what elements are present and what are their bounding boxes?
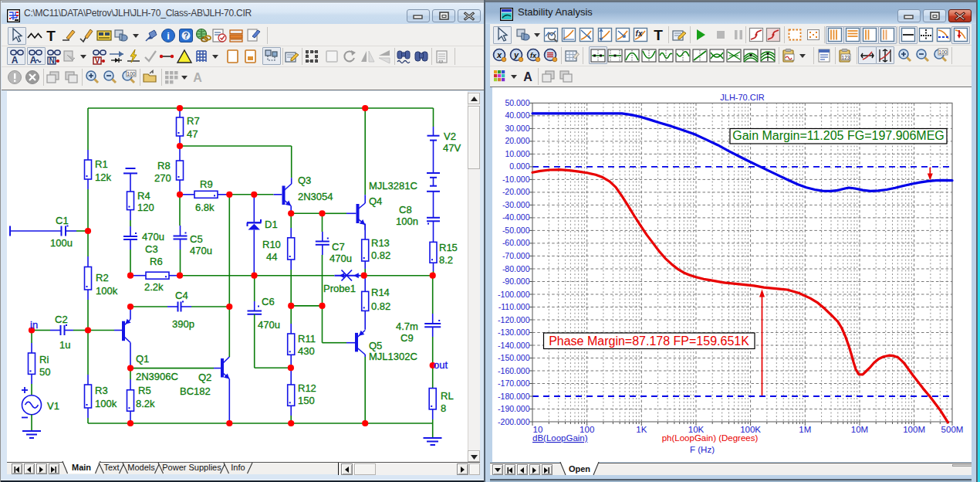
svg-text:-10.000: -10.000 [502, 175, 530, 184]
svg-text:R3: R3 [95, 385, 108, 396]
svg-text:R11: R11 [298, 333, 316, 345]
svg-text:100: 100 [127, 71, 136, 76]
svg-text:C3: C3 [145, 243, 158, 255]
svg-text:390p: 390p [172, 318, 194, 330]
svg-text:Phase Margin=87.178 FP=159.651: Phase Margin=87.178 FP=159.651K [549, 334, 749, 348]
svg-text:i: i [167, 30, 170, 42]
svg-text:R15: R15 [439, 242, 458, 253]
svg-text:1u: 1u [59, 339, 70, 351]
svg-text:430: 430 [298, 345, 315, 357]
svg-text:-90.000: -90.000 [502, 277, 530, 286]
svg-text:10M: 10M [851, 425, 868, 434]
svg-text:Q4: Q4 [369, 195, 382, 207]
svg-text:100M: 100M [903, 425, 925, 434]
svg-text:100k: 100k [96, 285, 118, 297]
svg-text:120: 120 [137, 202, 154, 213]
svg-text:JLH-70.CIR: JLH-70.CIR [720, 93, 765, 102]
svg-text:-110.000: -110.000 [498, 302, 530, 311]
svg-text:F (Hz): F (Hz) [690, 445, 715, 454]
svg-text:4.7m: 4.7m [396, 321, 418, 332]
svg-text:8.2k: 8.2k [136, 398, 155, 409]
svg-text:100n: 100n [396, 216, 418, 227]
svg-text:30.000: 30.000 [505, 124, 529, 133]
svg-text:MJL1302C: MJL1302C [369, 351, 417, 362]
svg-text:V2: V2 [444, 131, 456, 142]
svg-text:V: V [95, 56, 100, 65]
svg-text:-100.000: -100.000 [498, 290, 530, 299]
svg-text:1K: 1K [636, 425, 647, 434]
svg-text:44: 44 [266, 251, 277, 263]
svg-text:0.82: 0.82 [371, 249, 390, 261]
svg-text:-150.000: -150.000 [498, 353, 530, 362]
svg-text:Power Supplies: Power Supplies [162, 463, 221, 472]
svg-text:T: T [654, 27, 663, 43]
svg-text:C7: C7 [332, 241, 345, 253]
svg-text:-140.000: -140.000 [498, 341, 530, 350]
svg-text:dB(LoopGain): dB(LoopGain) [532, 433, 588, 443]
svg-text:C9: C9 [400, 332, 414, 344]
svg-text:Text: Text [103, 463, 119, 472]
svg-text:ph(LoopGain) (Degrees): ph(LoopGain) (Degrees) [662, 433, 759, 443]
svg-text:Q2: Q2 [198, 372, 211, 383]
svg-text:T: T [46, 28, 56, 44]
svg-text:123: 123 [842, 55, 850, 60]
svg-text:-160.000: -160.000 [498, 366, 530, 375]
svg-text:Open: Open [569, 464, 590, 474]
svg-text:A: A [193, 71, 202, 84]
svg-text:-40.000: -40.000 [502, 212, 530, 222]
svg-text:2.2k: 2.2k [144, 281, 164, 293]
svg-text:-120.000: -120.000 [498, 315, 530, 324]
svg-text:Probe1: Probe1 [323, 283, 356, 294]
svg-text:6.8k: 6.8k [195, 202, 215, 213]
svg-text:100: 100 [939, 49, 948, 55]
svg-text:A: A [30, 55, 37, 65]
svg-text:R6: R6 [150, 256, 163, 267]
svg-text:A: A [523, 70, 532, 83]
svg-text:Ri: Ri [39, 354, 49, 365]
svg-text:C2: C2 [55, 314, 68, 325]
svg-text:470u: 470u [329, 253, 352, 264]
svg-text:470u: 470u [258, 319, 280, 331]
svg-text:D1: D1 [265, 219, 278, 230]
svg-text:C1: C1 [56, 215, 69, 226]
svg-text:-190.000: -190.000 [498, 404, 530, 413]
svg-text:100k: 100k [95, 398, 117, 409]
svg-text:-130.000: -130.000 [498, 328, 530, 337]
svg-text:x: x [496, 50, 502, 59]
svg-text:10.000: 10.000 [505, 149, 529, 158]
svg-text:y: y [513, 50, 519, 59]
svg-text:R10: R10 [262, 239, 281, 250]
svg-text:V1: V1 [47, 400, 59, 412]
svg-text:47: 47 [187, 128, 198, 140]
svg-text:fx: fx [636, 29, 643, 38]
svg-text:C5: C5 [190, 233, 203, 245]
svg-text:R13: R13 [371, 237, 390, 249]
svg-text:-60.000: -60.000 [502, 238, 530, 247]
svg-text:Q5: Q5 [369, 340, 382, 351]
svg-text:R4: R4 [137, 190, 150, 202]
svg-text:in: in [30, 319, 38, 331]
svg-text:R8: R8 [157, 160, 171, 171]
svg-text:MJL3281C: MJL3281C [369, 180, 417, 192]
svg-text:1M: 1M [799, 425, 811, 434]
svg-text:-200.000: -200.000 [498, 417, 530, 426]
svg-text:2N3906C: 2N3906C [136, 371, 178, 382]
svg-text:R2: R2 [96, 272, 109, 283]
svg-text:470u: 470u [190, 245, 212, 256]
svg-text:Models: Models [127, 463, 155, 472]
svg-text:20.000: 20.000 [505, 136, 529, 145]
svg-text:100u: 100u [50, 237, 73, 249]
svg-text:C4: C4 [175, 290, 188, 301]
svg-text:?: ? [184, 32, 188, 40]
svg-text:R5: R5 [138, 385, 151, 396]
svg-text:-30.000: -30.000 [502, 200, 530, 209]
svg-text:50.000: 50.000 [505, 98, 529, 107]
svg-text:150: 150 [298, 395, 315, 406]
svg-text:2N3054: 2N3054 [298, 191, 333, 202]
svg-text:-70.000: -70.000 [502, 251, 530, 260]
svg-text:out: out [434, 359, 448, 371]
svg-text:R1: R1 [95, 158, 108, 170]
svg-text:47V: 47V [443, 142, 461, 154]
svg-text:Gain Margin=11.205 FG=197.906M: Gain Margin=11.205 FG=197.906MEG [732, 129, 945, 142]
svg-text:50: 50 [39, 366, 50, 378]
